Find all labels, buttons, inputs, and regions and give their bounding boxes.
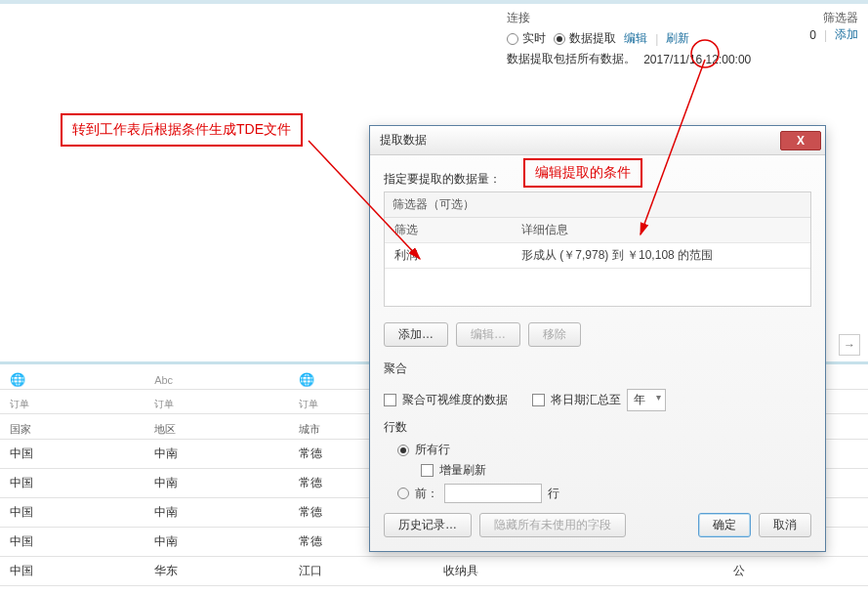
- type-label: Abc: [154, 374, 173, 386]
- rows-incremental-checkbox[interactable]: 增量刷新: [421, 462, 486, 479]
- table-cell: 江口: [289, 557, 434, 586]
- filter-col-filter: 筛选: [385, 218, 512, 243]
- aggregate-date-label: 将日期汇总至: [551, 392, 621, 408]
- extract-note: 数据提取包括所有数据。: [507, 51, 636, 67]
- aggregate-checkbox-label: 聚合可视维度的数据: [402, 392, 508, 408]
- cancel-button[interactable]: 取消: [759, 513, 811, 537]
- table-cell: 公: [723, 557, 868, 586]
- column-header[interactable]: 地区: [145, 414, 289, 440]
- col-source: 订单: [299, 399, 318, 409]
- table-cell: 中南: [145, 498, 289, 528]
- table-cell: [579, 586, 723, 595]
- annotation-tde: 转到工作表后根据条件生成TDE文件: [61, 113, 303, 147]
- filter-label: 筛选器: [809, 10, 858, 26]
- connect-label: 连接: [507, 10, 780, 26]
- filter-row[interactable]: 利润 形成从 (￥7,978) 到 ￥10,108 的范围: [385, 243, 810, 269]
- grid-scroll-right[interactable]: →: [839, 334, 860, 356]
- add-filter-link[interactable]: 添加: [835, 26, 858, 43]
- aggregate-date-checkbox[interactable]: 将日期汇总至 年: [532, 389, 666, 411]
- globe-icon: 🌐: [299, 372, 314, 387]
- table-cell: 椅子: [434, 586, 578, 595]
- remove-filter-button[interactable]: 移除: [528, 322, 581, 347]
- aggregate-title: 聚合: [384, 361, 811, 377]
- table-cell: 中南: [145, 469, 289, 498]
- table-cell: 中南: [145, 440, 289, 469]
- realtime-label: 实时: [522, 30, 546, 47]
- table-cell: 中国: [0, 469, 145, 498]
- filter-count: 0: [809, 28, 816, 42]
- aggregate-date-select[interactable]: 年: [627, 389, 666, 411]
- rows-top-input[interactable]: [444, 484, 542, 503]
- column-header[interactable]: 国家: [0, 414, 145, 440]
- table-cell: 华东: [145, 557, 289, 586]
- filter-row-detail: 形成从 (￥7,978) 到 ￥10,108 的范围: [512, 243, 810, 269]
- extract-label: 数据提取: [569, 30, 616, 47]
- table-cell: 中南: [145, 528, 289, 557]
- table-row[interactable]: 中国华东江口收纳具公: [0, 557, 868, 586]
- edit-link[interactable]: 编辑: [624, 30, 647, 47]
- table-cell: 中国: [0, 498, 145, 528]
- filter-col-detail: 详细信息: [512, 218, 810, 243]
- table-cell: 华东: [145, 586, 289, 595]
- rows-top-radio[interactable]: 前： 行: [397, 484, 811, 503]
- aggregate-checkbox[interactable]: 聚合可视维度的数据: [384, 392, 508, 408]
- table-cell: 江口: [289, 586, 434, 595]
- table-cell: 中国: [0, 528, 145, 557]
- dialog-title: 提取数据: [380, 132, 427, 148]
- ok-button[interactable]: 确定: [698, 513, 751, 537]
- edit-filter-button[interactable]: 编辑…: [456, 322, 520, 347]
- table-row[interactable]: 中国华东江口椅子公: [0, 586, 868, 595]
- extract-radio[interactable]: 数据提取: [554, 30, 616, 47]
- refresh-link[interactable]: 刷新: [666, 30, 689, 47]
- extract-timestamp: 2017/11/16 12:00:00: [643, 53, 751, 66]
- dialog-close-button[interactable]: X: [780, 131, 821, 150]
- realtime-radio[interactable]: 实时: [507, 30, 546, 47]
- rows-all-label: 所有行: [415, 442, 450, 458]
- extract-dialog: 提取数据 X 指定要提取的数据量： 筛选器（可选） 筛选 详细信息 利润 形成从…: [369, 125, 826, 552]
- hide-fields-button[interactable]: 隐藏所有未使用的字段: [479, 513, 626, 537]
- table-cell: 中国: [0, 557, 145, 586]
- table-cell: 中国: [0, 440, 145, 469]
- rows-title: 行数: [384, 419, 811, 436]
- history-button[interactable]: 历史记录…: [384, 513, 472, 537]
- table-cell: 中国: [0, 586, 145, 595]
- table-cell: 收纳具: [434, 557, 578, 586]
- add-filter-button[interactable]: 添加…: [384, 322, 448, 347]
- col-source: 订单: [154, 399, 174, 409]
- rows-top-unit: 行: [548, 486, 559, 502]
- rows-all-radio[interactable]: 所有行: [397, 442, 811, 458]
- filters-legend: 筛选器（可选）: [385, 192, 810, 218]
- table-cell: 公: [723, 586, 868, 595]
- rows-top-label: 前：: [415, 486, 438, 502]
- annotation-edit-cond: 编辑提取的条件: [523, 158, 642, 188]
- table-cell: [579, 557, 723, 586]
- globe-icon: 🌐: [10, 372, 25, 387]
- filter-row-field: 利润: [385, 243, 512, 269]
- col-source: 订单: [10, 399, 29, 409]
- rows-incremental-label: 增量刷新: [439, 462, 486, 479]
